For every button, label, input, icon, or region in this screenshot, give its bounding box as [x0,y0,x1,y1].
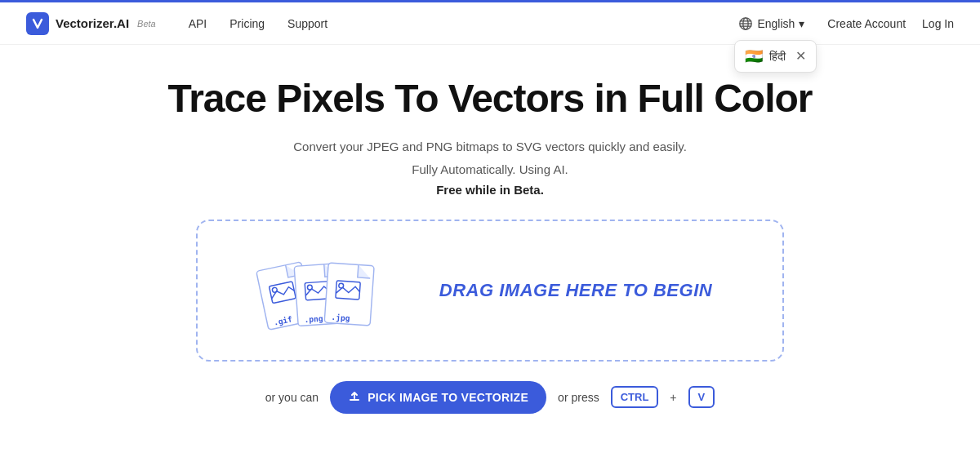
flag-icon: 🇮🇳 [745,47,763,65]
header-right: English ▾ Create Account Log In [732,13,954,34]
nav-support[interactable]: Support [287,17,327,30]
file-icon-jpg: .jpg [321,261,383,338]
header: Vectorizer.AI Beta API Pricing Support E… [0,2,980,45]
logo-icon [26,12,49,35]
log-in-link[interactable]: Log In [922,17,954,30]
pick-image-button[interactable]: PICK IMAGE TO VECTORIZE [330,381,546,414]
main-headline: Trace Pixels To Vectors in Full Color [167,78,812,121]
logo-text: Vectorizer.AI [56,16,129,30]
language-label: English [757,17,795,30]
dropdown-arrow: ▾ [799,17,804,30]
nav-api[interactable]: API [189,17,207,30]
nav-pricing[interactable]: Pricing [229,17,265,30]
language-button[interactable]: English ▾ [732,13,811,34]
plus-sign: + [670,391,676,404]
pick-button-label: PICK IMAGE TO VECTORIZE [368,391,528,404]
close-language-button[interactable]: ✕ [795,50,806,63]
svg-text:.jpg: .jpg [331,313,350,323]
v-key-badge: V [688,386,715,408]
lang-name: हिंदी [769,50,786,64]
or-press-text: or press [558,391,599,404]
language-dropdown: 🇮🇳 हिंदी ✕ [734,40,817,73]
free-beta-text: Free while in Beta. [436,183,544,197]
or-you-can-text: or you can [265,391,318,404]
upload-icon [348,389,361,406]
drop-zone[interactable]: .gif .png [196,220,784,362]
logo-area[interactable]: Vectorizer.AI Beta [26,12,156,35]
main-nav: API Pricing Support [189,17,733,30]
main-content: Trace Pixels To Vectors in Full Color Co… [0,45,980,438]
svg-text:.png: .png [304,313,323,324]
subtext-line1: Convert your JPEG and PNG bitmaps to SVG… [293,137,687,157]
subtext-line2: Fully Automatically. Using AI. [412,160,568,180]
action-row: or you can PICK IMAGE TO VECTORIZE or pr… [265,381,715,414]
logo-beta: Beta [137,19,156,29]
create-account-link[interactable]: Create Account [827,17,906,30]
ctrl-key-badge: CTRL [611,386,659,408]
file-icons: .gif .png [268,246,399,335]
svg-rect-17 [350,399,359,401]
globe-icon [738,16,753,31]
drag-text: DRAG IMAGE HERE TO BEGIN [439,280,712,301]
